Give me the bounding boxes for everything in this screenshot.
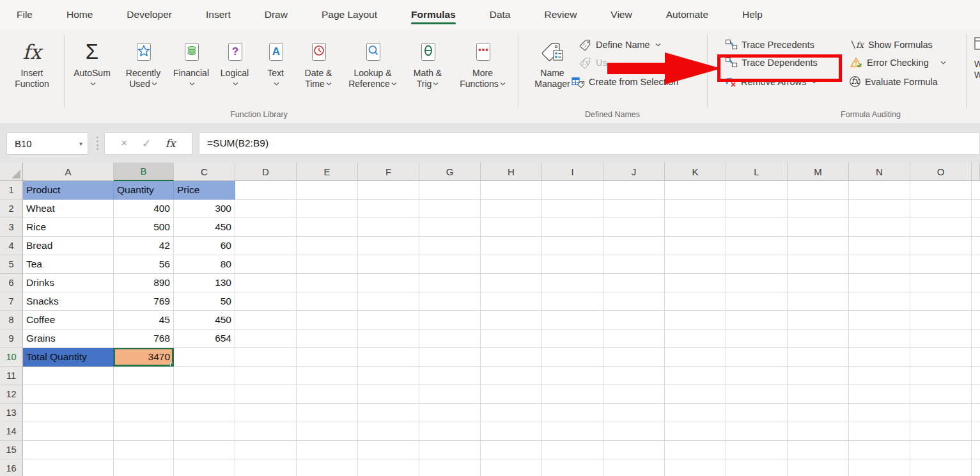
- cell-B13[interactable]: [114, 404, 174, 422]
- autosum-button[interactable]: Σ AutoSum: [68, 35, 116, 90]
- fill-handle[interactable]: [170, 363, 174, 367]
- cell-N16[interactable]: [849, 459, 910, 476]
- cell-I11[interactable]: [542, 367, 603, 385]
- cell-I7[interactable]: [542, 292, 603, 311]
- cell-D13[interactable]: [235, 404, 297, 422]
- cell-G8[interactable]: [419, 311, 481, 329]
- cell-E8[interactable]: [297, 311, 358, 329]
- cell-E2[interactable]: [297, 200, 358, 218]
- tab-view[interactable]: View: [609, 3, 633, 27]
- cell-D10[interactable]: [235, 348, 297, 367]
- cell-A10[interactable]: Total Quantity: [23, 348, 114, 367]
- row-header-4[interactable]: 4: [0, 237, 23, 255]
- cell-K6[interactable]: [665, 274, 726, 292]
- cell-B7[interactable]: 769: [114, 292, 174, 311]
- cell-M5[interactable]: [788, 255, 849, 274]
- cell-J3[interactable]: [603, 218, 665, 237]
- cell-G1[interactable]: [419, 181, 481, 200]
- cell-E3[interactable]: [297, 218, 358, 237]
- cell-F10[interactable]: [358, 348, 419, 367]
- cell-N10[interactable]: [849, 348, 910, 367]
- cell-D3[interactable]: [235, 218, 297, 237]
- cell-D12[interactable]: [235, 385, 297, 404]
- cell-H5[interactable]: [481, 255, 542, 274]
- cell-C15[interactable]: [174, 441, 235, 459]
- name-box[interactable]: B10 ▾: [6, 132, 88, 155]
- lookup-reference-button[interactable]: Lookup & Reference: [343, 35, 403, 90]
- column-header-L[interactable]: L: [726, 163, 788, 181]
- cell-H4[interactable]: [481, 237, 542, 255]
- cell-B8[interactable]: 45: [114, 311, 174, 329]
- cell-F6[interactable]: [358, 274, 419, 292]
- cell-D14[interactable]: [235, 422, 297, 441]
- cell-N4[interactable]: [849, 237, 910, 255]
- cell-F14[interactable]: [358, 422, 419, 441]
- cell-F1[interactable]: [358, 181, 419, 200]
- cell-I3[interactable]: [542, 218, 603, 237]
- cell-E10[interactable]: [297, 348, 358, 367]
- cell-H8[interactable]: [481, 311, 542, 329]
- cell-M7[interactable]: [788, 292, 849, 311]
- cell-G12[interactable]: [419, 385, 481, 404]
- cell-K12[interactable]: [665, 385, 726, 404]
- cell-B14[interactable]: [114, 422, 174, 441]
- cell-D2[interactable]: [235, 200, 297, 218]
- cell-J7[interactable]: [603, 292, 665, 311]
- cell-J6[interactable]: [603, 274, 665, 292]
- cell-K3[interactable]: [665, 218, 726, 237]
- row-header-3[interactable]: 3: [0, 218, 23, 237]
- cell-J9[interactable]: [603, 329, 665, 348]
- cell-L12[interactable]: [726, 385, 788, 404]
- cell-D9[interactable]: [235, 329, 297, 348]
- cell-H7[interactable]: [481, 292, 542, 311]
- insert-function-button[interactable]: fx Insert Function: [4, 35, 60, 90]
- cell-I8[interactable]: [542, 311, 603, 329]
- cell-L3[interactable]: [726, 218, 788, 237]
- column-header-N[interactable]: N: [849, 163, 910, 181]
- enter-icon[interactable]: ✓: [142, 137, 151, 150]
- row-header-8[interactable]: 8: [0, 311, 23, 329]
- cell-A7[interactable]: Snacks: [23, 292, 114, 311]
- cell-B2[interactable]: 400: [114, 200, 174, 218]
- cell-A6[interactable]: Drinks: [23, 274, 114, 292]
- cell-O16[interactable]: [910, 459, 972, 476]
- cell-L5[interactable]: [726, 255, 788, 274]
- cell-L9[interactable]: [726, 329, 788, 348]
- cell-O11[interactable]: [910, 367, 972, 385]
- cell-I16[interactable]: [542, 459, 603, 476]
- tab-file[interactable]: File: [15, 3, 34, 27]
- cell-E12[interactable]: [297, 385, 358, 404]
- cell-E11[interactable]: [297, 367, 358, 385]
- cell-J11[interactable]: [603, 367, 665, 385]
- cell-B12[interactable]: [114, 385, 174, 404]
- cell-G4[interactable]: [419, 237, 481, 255]
- name-box-dropdown-icon[interactable]: ▾: [79, 140, 82, 147]
- cell-A11[interactable]: [23, 367, 114, 385]
- cell-H3[interactable]: [481, 218, 542, 237]
- cell-M16[interactable]: [788, 459, 849, 476]
- column-header-O[interactable]: O: [910, 163, 972, 181]
- cell-B16[interactable]: [114, 459, 174, 476]
- tab-insert[interactable]: Insert: [205, 3, 232, 27]
- tab-draw[interactable]: Draw: [263, 3, 289, 27]
- cell-J10[interactable]: [603, 348, 665, 367]
- row-header-13[interactable]: 13: [0, 404, 23, 422]
- cell-B5[interactable]: 56: [114, 255, 174, 274]
- cell-J12[interactable]: [603, 385, 665, 404]
- cell-K2[interactable]: [665, 200, 726, 218]
- cell-E9[interactable]: [297, 329, 358, 348]
- cell-L1[interactable]: [726, 181, 788, 200]
- grip-dots-icon[interactable]: [96, 136, 99, 151]
- evaluate-formula-button[interactable]: fx Evaluate Formula: [849, 73, 938, 90]
- tab-review[interactable]: Review: [543, 3, 579, 27]
- cell-H11[interactable]: [481, 367, 542, 385]
- cell-E6[interactable]: [297, 274, 358, 292]
- tab-automate[interactable]: Automate: [665, 3, 710, 27]
- cell-C4[interactable]: 60: [174, 237, 235, 255]
- cell-M12[interactable]: [788, 385, 849, 404]
- show-formulas-button[interactable]: fx Show Formulas: [850, 36, 933, 53]
- cell-C2[interactable]: 300: [174, 200, 235, 218]
- cell-C12[interactable]: [174, 385, 235, 404]
- cell-K7[interactable]: [665, 292, 726, 311]
- cell-N3[interactable]: [849, 218, 910, 237]
